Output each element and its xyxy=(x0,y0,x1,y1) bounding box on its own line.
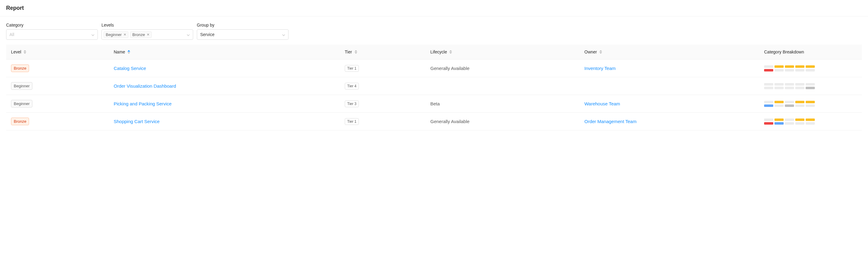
level-badge: Bronze xyxy=(11,64,29,72)
breakdown-cell xyxy=(795,87,804,89)
breakdown-cell xyxy=(774,101,784,103)
table-row: BeginnerPicking and Packing ServiceTier … xyxy=(6,95,862,113)
close-icon[interactable]: ✕ xyxy=(147,33,150,37)
breakdown-cell xyxy=(764,104,773,107)
owner-link[interactable]: Order Management Team xyxy=(584,119,637,124)
breakdown-cell xyxy=(785,69,794,71)
report-table: Level Name xyxy=(6,44,862,130)
filter-tag: Beginner✕ xyxy=(103,31,128,38)
table-row: BronzeShopping Cart ServiceTier 1General… xyxy=(6,113,862,130)
col-header-lifecycle-label: Lifecycle xyxy=(430,49,447,54)
service-link[interactable]: Picking and Packing Service xyxy=(114,101,172,106)
breakdown-cell xyxy=(774,87,784,89)
breakdown-cell xyxy=(806,101,815,103)
tier-badge: Tier 1 xyxy=(345,118,359,125)
category-breakdown xyxy=(764,119,857,125)
lifecycle-text: Generally Available xyxy=(426,60,580,77)
breakdown-cell xyxy=(785,101,794,103)
breakdown-cell xyxy=(806,65,815,68)
breakdown-cell xyxy=(795,69,804,71)
category-breakdown xyxy=(764,101,857,107)
col-header-level[interactable]: Level xyxy=(6,44,109,60)
sort-icon xyxy=(449,50,452,54)
breakdown-cell xyxy=(764,119,773,121)
filters-bar: Category All Levels Beginner✕Bronze✕ Gro… xyxy=(0,16,868,44)
col-header-name[interactable]: Name xyxy=(109,44,340,60)
sort-icon xyxy=(24,50,26,54)
lifecycle-text xyxy=(426,77,580,95)
breakdown-cell xyxy=(774,119,784,121)
breakdown-cell xyxy=(774,83,784,86)
breakdown-cell xyxy=(785,104,794,107)
lifecycle-text: Beta xyxy=(426,95,580,113)
breakdown-cell xyxy=(806,87,815,89)
owner-link[interactable]: Inventory Team xyxy=(584,66,616,71)
breakdown-cell xyxy=(785,83,794,86)
category-select[interactable]: All xyxy=(6,29,98,40)
report-table-wrap: Level Name xyxy=(0,44,868,137)
breakdown-cell xyxy=(795,119,804,121)
groupby-value: Service xyxy=(200,32,215,37)
service-link[interactable]: Shopping Cart Service xyxy=(114,119,159,124)
filter-levels-label: Levels xyxy=(101,23,193,28)
sort-icon xyxy=(354,50,357,54)
breakdown-cell xyxy=(764,83,773,86)
tier-badge: Tier 1 xyxy=(345,65,359,72)
breakdown-cell xyxy=(795,83,804,86)
chevron-down-icon xyxy=(282,32,285,37)
col-header-level-label: Level xyxy=(11,49,21,54)
table-row: BronzeCatalog ServiceTier 1Generally Ava… xyxy=(6,60,862,77)
tier-badge: Tier 3 xyxy=(345,100,359,107)
col-header-tier[interactable]: Tier xyxy=(340,44,426,60)
col-header-lifecycle[interactable]: Lifecycle xyxy=(426,44,580,60)
level-badge: Bronze xyxy=(11,117,29,125)
tier-badge: Tier 4 xyxy=(345,83,359,90)
filter-tag: Bronze✕ xyxy=(130,31,152,38)
breakdown-cell xyxy=(774,104,784,107)
col-header-breakdown: Category Breakdown xyxy=(759,44,862,60)
filter-category-label: Category xyxy=(6,23,98,28)
breakdown-cell xyxy=(806,104,815,107)
breakdown-cell xyxy=(785,87,794,89)
owner-link[interactable]: Warehouse Team xyxy=(584,101,620,106)
category-placeholder: All xyxy=(9,32,14,37)
breakdown-cell xyxy=(795,122,804,125)
breakdown-cell xyxy=(785,65,794,68)
category-breakdown xyxy=(764,65,857,71)
category-breakdown xyxy=(764,83,857,89)
breakdown-cell xyxy=(795,65,804,68)
breakdown-cell xyxy=(785,119,794,121)
col-header-owner[interactable]: Owner xyxy=(580,44,759,60)
breakdown-cell xyxy=(764,101,773,103)
levels-select[interactable]: Beginner✕Bronze✕ xyxy=(101,29,193,40)
breakdown-cell xyxy=(806,119,815,121)
close-icon[interactable]: ✕ xyxy=(123,33,126,37)
filter-levels: Levels Beginner✕Bronze✕ xyxy=(101,23,193,40)
breakdown-cell xyxy=(795,104,804,107)
groupby-select[interactable]: Service xyxy=(197,29,288,40)
page-header: Report xyxy=(0,0,868,16)
breakdown-cell xyxy=(764,69,773,71)
level-badge: Beginner xyxy=(11,82,32,90)
col-header-name-label: Name xyxy=(114,49,125,54)
service-link[interactable]: Order Visualization Dashboard xyxy=(114,83,176,89)
breakdown-cell xyxy=(806,83,815,86)
service-link[interactable]: Catalog Service xyxy=(114,66,146,71)
filter-groupby: Group by Service xyxy=(197,23,288,40)
breakdown-cell xyxy=(774,122,784,125)
breakdown-cell xyxy=(806,69,815,71)
sort-icon xyxy=(127,50,130,54)
breakdown-cell xyxy=(806,122,815,125)
col-header-owner-label: Owner xyxy=(584,49,597,54)
chevron-down-icon xyxy=(187,32,190,37)
breakdown-cell xyxy=(764,65,773,68)
breakdown-cell xyxy=(774,69,784,71)
breakdown-cell xyxy=(764,87,773,89)
table-row: BeginnerOrder Visualization DashboardTie… xyxy=(6,77,862,95)
page-title: Report xyxy=(6,5,862,11)
filter-tag-label: Bronze xyxy=(132,32,145,37)
col-header-tier-label: Tier xyxy=(345,49,352,54)
breakdown-cell xyxy=(785,122,794,125)
filter-category: Category All xyxy=(6,23,98,40)
chevron-down-icon xyxy=(91,32,94,37)
